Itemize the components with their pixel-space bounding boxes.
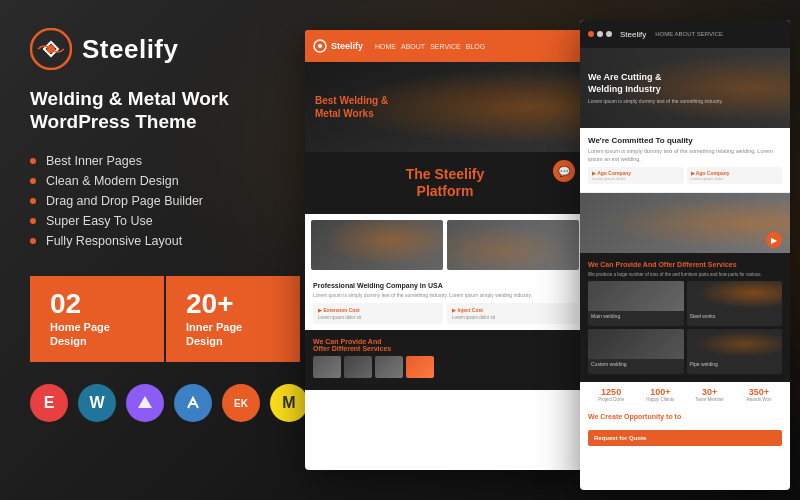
bottom-icon-3 — [375, 356, 403, 378]
svg-marker-2 — [138, 396, 152, 408]
right-hero-subtitle: Lorem ipsum is simply dummy text of the … — [588, 98, 782, 104]
right-mockup: Steelify HOME ABOUT SERVICE We Are Cutti… — [580, 20, 790, 490]
right-welder-image: ▶ — [580, 193, 790, 253]
ek-icon: EK — [222, 384, 260, 422]
stats-row: 02 Home PageDesign 20+ Inner PageDesign — [30, 276, 300, 363]
mockup-hero: Best Welding & Metal Works — [305, 62, 585, 152]
right-stat-1: 1250 Project Done — [588, 387, 634, 402]
center-mockup: Steelify HOME ABOUT SERVICE BLOG Best We… — [305, 30, 585, 470]
right-can-title: We Can Provide And Offer Different Servi… — [588, 261, 782, 268]
right-services-grid: Main welding Steel works Custom welding … — [588, 281, 782, 374]
right-service-item-3: Custom welding — [588, 329, 684, 374]
right-request-section: Request for Quote — [588, 430, 782, 446]
header-dot-brand — [588, 31, 594, 37]
stat-label-inner: Inner PageDesign — [186, 320, 280, 349]
stat-label-homes: Home PageDesign — [50, 320, 144, 349]
right-can-subtitle: We produce a large number of tons of the… — [588, 272, 782, 277]
right-header-nav: HOME ABOUT SERVICE — [655, 31, 723, 37]
right-stat-4: 350+ Awards Won — [736, 387, 782, 402]
right-committed-section: We're Committed To quality Lorem ipsum i… — [580, 128, 790, 193]
brand-name: Steelify — [82, 34, 179, 65]
feature-item: Fully Responsive Layout — [30, 234, 300, 248]
header-dot-2 — [606, 31, 612, 37]
right-header-logo: Steelify — [620, 30, 646, 39]
bottom-icon-1 — [313, 356, 341, 378]
mockup-company-section: Professional Welding Company in USA Lore… — [305, 276, 585, 330]
service-image-2 — [447, 220, 579, 270]
right-request-text[interactable]: Request for Quote — [594, 435, 776, 441]
right-service-item-4: Pipe welding — [687, 329, 783, 374]
logo-area: Steelify — [30, 28, 300, 70]
right-stat-3: 30+ Team Member — [687, 387, 733, 402]
tagline-line1: Welding & Metal Work — [30, 88, 300, 111]
divi-icon — [126, 384, 164, 422]
mailchimp-icon: M — [270, 384, 308, 422]
right-hero-play: ▶ — [766, 232, 782, 248]
right-create-title: We Create Opportunity to to — [588, 413, 782, 420]
mockup-services-images — [305, 214, 585, 276]
right-service-item-2: Steel works — [687, 281, 783, 326]
stat-number-inner: 20+ — [186, 290, 280, 318]
avada-icon — [174, 384, 212, 422]
svg-point-4 — [318, 44, 322, 48]
tagline: Welding & Metal Work WordPress Theme — [30, 88, 300, 134]
wordpress-icon: W — [78, 384, 116, 422]
mockup-bottom-section: We Can Provide And Offer Different Servi… — [305, 330, 585, 390]
mockup-nav: HOME ABOUT SERVICE BLOG — [375, 43, 485, 50]
feature-item: Drag and Drop Page Builder — [30, 194, 300, 208]
service-image-1 — [311, 220, 443, 270]
right-stats-row: 1250 Project Done 100+ Happy Clients 30+… — [580, 382, 790, 407]
chat-bubble-icon — [553, 160, 575, 182]
mockup-company-title: Professional Welding Company in USA — [313, 282, 577, 289]
feature-item: Super Easy To Use — [30, 214, 300, 228]
stat-number-homes: 02 — [50, 290, 144, 318]
mockup-company-text: Lorem ipsum is simply dummy text of the … — [313, 292, 577, 299]
right-hero-title: We Are Cutting &Welding Industry — [588, 72, 782, 95]
tech-icons-row: E W EK M — [30, 384, 300, 422]
bottom-icon-4 — [406, 356, 434, 378]
stat-box-inner: 20+ Inner PageDesign — [166, 276, 300, 363]
mockup-bottom-service-icons — [313, 356, 577, 378]
mockup-header: Steelify HOME ABOUT SERVICE BLOG — [305, 30, 585, 62]
mockup-logo-icon — [313, 39, 327, 53]
left-panel: Steelify Welding & Metal Work WordPress … — [0, 0, 330, 500]
mockup-logo-text: Steelify — [331, 41, 363, 51]
right-welder-overlay — [580, 193, 790, 253]
bottom-icon-2 — [344, 356, 372, 378]
right-service-item-1: Main welding — [588, 281, 684, 326]
right-mockup-header: Steelify HOME ABOUT SERVICE — [580, 20, 790, 48]
platform-title: The Steelify Platform — [315, 166, 575, 200]
right-committed-title: We're Committed To quality — [588, 136, 782, 145]
right-hero: We Are Cutting &Welding Industry Lorem i… — [580, 48, 790, 128]
feature-item: Best Inner Pages — [30, 154, 300, 168]
stat-box-homes: 02 Home PageDesign — [30, 276, 164, 363]
platform-section: The Steelify Platform — [305, 152, 585, 214]
mockup-hero-title: Best Welding & Metal Works — [315, 94, 575, 120]
right-can-section: We Can Provide And Offer Different Servi… — [580, 253, 790, 382]
elementor-icon: E — [30, 384, 68, 422]
tagline-line2: WordPress Theme — [30, 111, 300, 134]
logo-icon — [30, 28, 72, 70]
feature-list: Best Inner Pages Clean & Modern Design D… — [30, 154, 300, 254]
right-create-section: We Create Opportunity to to — [580, 407, 790, 426]
feature-item: Clean & Modern Design — [30, 174, 300, 188]
header-dot-1 — [597, 31, 603, 37]
mockup-bottom-title: We Can Provide And Offer Different Servi… — [313, 338, 577, 352]
right-committed-text: Lorem ipsum is simply dummy text of the … — [588, 148, 782, 163]
right-stat-2: 100+ Happy Clients — [637, 387, 683, 402]
